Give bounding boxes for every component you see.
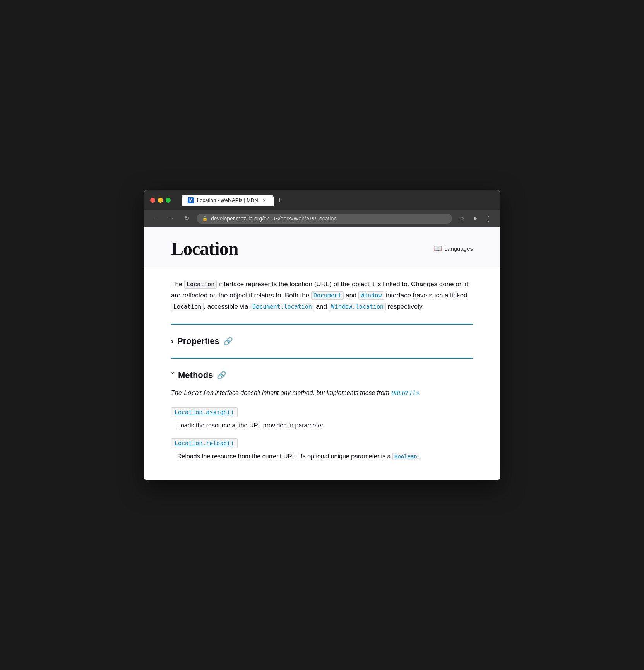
properties-chevron-icon: › — [171, 337, 173, 345]
desc-link-doc-location[interactable]: Document.location — [250, 303, 314, 311]
methods-content: The Location interface doesn't inherit a… — [171, 388, 473, 461]
desc-text-4: interface have such a linked — [384, 292, 467, 299]
desc-code-1: Location — [184, 280, 217, 289]
properties-section-header: › Properties 🔗 — [171, 336, 473, 346]
method-reload-boolean-link[interactable]: Boolean — [392, 453, 419, 460]
methods-intro-text-1: The — [171, 390, 183, 396]
desc-text-6: and — [314, 303, 329, 310]
title-bar: Location - Web APIs | MDN × + — [144, 190, 500, 210]
method-reload: Location.reload() Reloads the resource f… — [171, 438, 473, 461]
properties-link-icon[interactable]: 🔗 — [223, 337, 233, 346]
account-icon: ● — [473, 214, 478, 222]
languages-label: Languages — [444, 245, 473, 252]
method-reload-link[interactable]: Location.reload() — [171, 438, 238, 448]
tab-favicon — [188, 197, 194, 203]
methods-toggle-button[interactable]: ˅ — [171, 372, 174, 379]
methods-link-icon[interactable]: 🔗 — [217, 371, 226, 380]
address-actions: ☆ ● ⋮ — [457, 213, 494, 224]
languages-globe-icon: 📖 — [433, 244, 442, 253]
method-reload-text-2: , — [419, 453, 421, 460]
page-content: Location 📖 Languages The Location interf… — [144, 227, 500, 480]
close-window-button[interactable] — [150, 198, 155, 203]
methods-chevron-icon: ˅ — [171, 372, 174, 379]
menu-button[interactable]: ⋮ — [483, 213, 494, 224]
title-bar-top: Location - Web APIs | MDN × + — [150, 194, 494, 206]
methods-intro-link[interactable]: URLUtils — [391, 390, 419, 397]
method-assign: Location.assign() Loads the resource at … — [171, 407, 473, 431]
desc-text-7: respectively. — [386, 303, 424, 310]
methods-intro-end: . — [419, 390, 421, 396]
forward-button[interactable]: → — [166, 213, 176, 224]
section-divider-1 — [171, 324, 473, 325]
reload-icon: ↻ — [184, 215, 189, 222]
minimize-window-button[interactable] — [158, 198, 163, 203]
menu-icon: ⋮ — [485, 214, 492, 223]
tab-title: Location - Web APIs | MDN — [197, 197, 258, 203]
new-tab-button[interactable]: + — [274, 194, 285, 206]
tab-bar: Location - Web APIs | MDN × + — [182, 194, 285, 206]
page-header: Location 📖 Languages — [144, 227, 500, 267]
desc-text-5: , accessible via — [204, 303, 250, 310]
lock-icon: 🔒 — [202, 216, 208, 221]
languages-button[interactable]: 📖 Languages — [433, 244, 473, 253]
address-bar: ← → ↻ 🔒 developer.mozilla.org/en-US/docs… — [144, 210, 500, 227]
browser-window: Location - Web APIs | MDN × + ← → ↻ 🔒 de… — [144, 190, 500, 480]
back-icon: ← — [152, 215, 159, 222]
desc-link-window[interactable]: Window — [358, 291, 384, 300]
url-bar[interactable]: 🔒 developer.mozilla.org/en-US/docs/Web/A… — [197, 214, 452, 224]
methods-intro-text-2: interface doesn't inherit any method, bu… — [213, 390, 391, 396]
description-paragraph: The Location interface represents the lo… — [171, 279, 473, 313]
page-title: Location — [171, 238, 238, 259]
desc-text-3: and — [344, 292, 358, 299]
url-text: developer.mozilla.org/en-US/docs/Web/API… — [211, 215, 447, 222]
desc-link-document[interactable]: Document — [311, 291, 344, 300]
method-assign-description: Loads the resource at the URL provided i… — [171, 420, 473, 431]
method-reload-text-1: Reloads the resource from the current UR… — [177, 453, 392, 460]
methods-intro-code: Location — [183, 389, 213, 397]
account-button[interactable]: ● — [470, 213, 481, 224]
desc-text-1: The — [171, 280, 184, 288]
active-tab[interactable]: Location - Web APIs | MDN × — [182, 195, 274, 206]
desc-code-2: Location — [171, 303, 204, 311]
properties-toggle-button[interactable]: › — [171, 337, 173, 345]
page-body: The Location interface represents the lo… — [144, 267, 500, 480]
methods-section-title: Methods — [178, 370, 213, 380]
forward-icon: → — [168, 215, 174, 222]
methods-intro: The Location interface doesn't inherit a… — [171, 388, 473, 398]
back-button[interactable]: ← — [150, 213, 161, 224]
method-assign-link[interactable]: Location.assign() — [171, 407, 238, 417]
properties-section-title: Properties — [177, 336, 219, 346]
method-reload-description: Reloads the resource from the current UR… — [171, 451, 473, 461]
tab-close-button[interactable]: × — [261, 197, 267, 203]
maximize-window-button[interactable] — [166, 198, 171, 203]
desc-link-win-location[interactable]: Window.location — [329, 303, 386, 311]
methods-section-header: ˅ Methods 🔗 — [171, 370, 473, 380]
section-divider-2 — [171, 358, 473, 359]
bookmark-icon: ☆ — [459, 215, 465, 222]
bookmark-button[interactable]: ☆ — [457, 213, 468, 224]
reload-button[interactable]: ↻ — [181, 213, 192, 224]
window-controls — [150, 198, 171, 203]
